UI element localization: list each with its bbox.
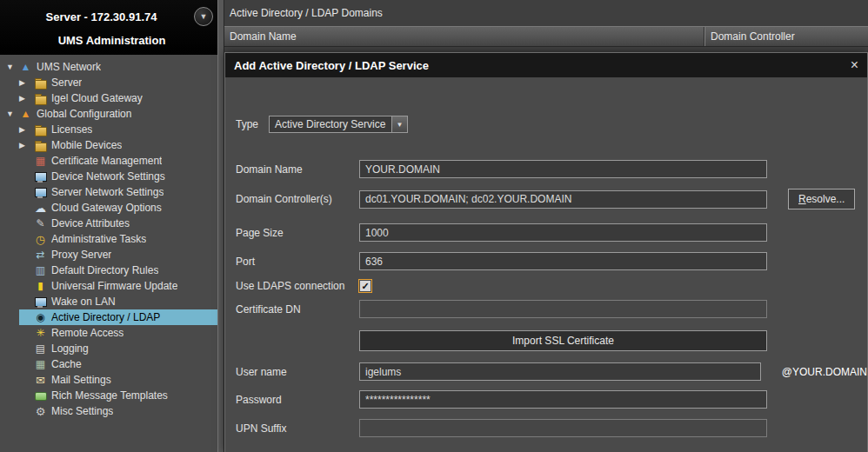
tree-item-label: Device Attributes bbox=[51, 217, 130, 229]
tree-item-remote-access[interactable]: Remote Access bbox=[0, 325, 224, 341]
tree-item-igel-cloud-gateway[interactable]: ▶Igel Cloud Gateway bbox=[0, 90, 224, 106]
user-name-field[interactable] bbox=[359, 362, 761, 381]
expand-arrow-icon[interactable]: ▶ bbox=[19, 94, 30, 103]
tree-item-logging[interactable]: Logging bbox=[0, 341, 224, 356]
upn-suffix-field[interactable] bbox=[359, 419, 767, 437]
tree-item-content: UMS Network bbox=[19, 59, 224, 75]
tree-item-administrative-tasks[interactable]: Administrative Tasks bbox=[0, 231, 224, 247]
page-size-field[interactable] bbox=[359, 223, 767, 242]
tree-item-label: Server Network Settings bbox=[51, 186, 164, 198]
tree-item-label: Rich Message Templates bbox=[51, 389, 168, 402]
folder-icon bbox=[34, 92, 47, 105]
user-name-label: User name bbox=[236, 366, 359, 378]
collapse-arrow-icon[interactable]: ▼ bbox=[5, 63, 19, 71]
domain-controllers-label: Domain Controller(s) bbox=[236, 193, 359, 205]
column-header-domain-controller[interactable]: Domain Controller bbox=[704, 27, 868, 46]
tree-item-licenses[interactable]: ▶Licenses bbox=[0, 122, 224, 137]
resolve-button[interactable]: Resolve... bbox=[788, 189, 855, 209]
port-field[interactable] bbox=[359, 252, 767, 270]
clock-icon bbox=[34, 233, 47, 246]
domain-name-field[interactable] bbox=[359, 160, 767, 178]
tree-item-label: Active Directory / LDAP bbox=[51, 311, 160, 323]
tree-item-content: Logging bbox=[19, 341, 224, 356]
tree-item-default-directory-rules[interactable]: Default Directory Rules bbox=[0, 263, 224, 278]
tree-item-label: Wake on LAN bbox=[51, 296, 116, 308]
tree-item-label: Default Directory Rules bbox=[51, 264, 158, 276]
import-ssl-certificate-button[interactable]: Import SSL Certificate bbox=[359, 330, 767, 351]
type-dropdown[interactable]: Active Directory Service ▼ bbox=[269, 116, 408, 133]
password-field[interactable] bbox=[359, 390, 767, 409]
tree-item-content: Remote Access bbox=[19, 325, 224, 341]
tree-item-content: Rich Message Templates bbox=[19, 388, 224, 403]
tree-item-label: Licenses bbox=[51, 123, 92, 136]
tree-item-label: Cloud Gateway Options bbox=[51, 202, 162, 214]
remote-icon bbox=[34, 327, 47, 340]
tree-item-rich-message-templates[interactable]: Rich Message Templates bbox=[0, 388, 224, 403]
network-icon bbox=[19, 61, 32, 74]
domains-table-header: Domain Name Domain Controller bbox=[224, 26, 868, 47]
tree-item-global-configuration[interactable]: ▼Global Configuration bbox=[0, 106, 224, 122]
certificate-dn-field[interactable] bbox=[359, 300, 767, 318]
tree-item-content: Certificate Management bbox=[19, 153, 224, 169]
tree-item-device-network-settings[interactable]: Device Network Settings bbox=[0, 169, 224, 184]
tree-item-active-directory-ldap[interactable]: Active Directory / LDAP bbox=[0, 309, 224, 325]
column-header-domain-name[interactable]: Domain Name bbox=[224, 27, 704, 46]
ums-administration-title: UMS Administration bbox=[7, 34, 217, 47]
ldaps-checkbox[interactable]: ✓ bbox=[359, 280, 371, 292]
misc-icon bbox=[34, 405, 47, 418]
tree-item-content: Global Configuration bbox=[19, 106, 224, 122]
tree-item-label: Cache bbox=[51, 358, 82, 370]
tree-item-content: Cache bbox=[19, 356, 224, 372]
tree-item-content: Device Attributes bbox=[19, 216, 224, 231]
tree-item-label: Proxy Server bbox=[51, 249, 111, 261]
tree-item-content: ▶Licenses bbox=[19, 122, 224, 137]
tree-item-content: ▶Igel Cloud Gateway bbox=[19, 90, 224, 106]
page-title: Active Directory / LDAP Domains bbox=[224, 0, 868, 26]
server-menu-button[interactable]: ▼ bbox=[194, 7, 213, 26]
firmware-icon bbox=[34, 280, 47, 293]
tree-item-misc-settings[interactable]: Misc Settings bbox=[0, 403, 224, 419]
tree-item-label: Global Configuration bbox=[37, 108, 131, 120]
tree-item-mobile-devices[interactable]: ▶Mobile Devices bbox=[0, 137, 224, 153]
domain-controllers-field[interactable] bbox=[359, 190, 767, 209]
check-icon: ✓ bbox=[361, 281, 369, 292]
tree-item-label: Mail Settings bbox=[51, 374, 111, 386]
folder-icon bbox=[34, 76, 47, 90]
attributes-icon bbox=[34, 217, 47, 230]
cloud-icon bbox=[34, 202, 47, 215]
tree-item-wake-on-lan[interactable]: Wake on LAN bbox=[0, 294, 224, 309]
chevron-down-icon[interactable]: ▼ bbox=[391, 116, 407, 132]
tree-item-cache[interactable]: Cache bbox=[0, 356, 224, 372]
config-icon bbox=[19, 108, 32, 121]
tree-item-content: Wake on LAN bbox=[19, 294, 224, 309]
tree-item-label: Misc Settings bbox=[51, 405, 113, 417]
sidebar-scrollbar[interactable] bbox=[217, 0, 224, 452]
tree-item-label: Logging bbox=[51, 342, 89, 355]
tree-item-label: Remote Access bbox=[51, 327, 124, 339]
certificate-dn-label: Certificate DN bbox=[236, 303, 359, 316]
tree-item-device-attributes[interactable]: Device Attributes bbox=[0, 216, 224, 231]
type-label: Type bbox=[236, 118, 269, 130]
message-icon bbox=[34, 389, 47, 402]
close-icon[interactable]: × bbox=[851, 58, 858, 72]
expand-arrow-icon[interactable]: ▶ bbox=[19, 125, 30, 134]
tree-item-proxy-server[interactable]: Proxy Server bbox=[0, 247, 224, 263]
tree-item-mail-settings[interactable]: Mail Settings bbox=[0, 372, 224, 388]
collapse-arrow-icon[interactable]: ▼ bbox=[5, 110, 19, 118]
tree-item-content: Universal Firmware Update bbox=[19, 278, 224, 294]
monitor-icon bbox=[34, 170, 47, 183]
folder-icon bbox=[34, 139, 47, 152]
tree-item-server[interactable]: ▶Server bbox=[0, 75, 224, 90]
tree-item-universal-firmware-update[interactable]: Universal Firmware Update bbox=[0, 278, 224, 294]
tree-item-ums-network[interactable]: ▼UMS Network bbox=[0, 59, 224, 75]
expand-arrow-icon[interactable]: ▶ bbox=[19, 141, 30, 150]
tree-item-cloud-gateway-options[interactable]: Cloud Gateway Options bbox=[0, 200, 224, 216]
tree-item-certificate-management[interactable]: Certificate Management bbox=[0, 153, 224, 169]
tree-item-label: Mobile Devices bbox=[51, 139, 122, 151]
tree-item-content: Mail Settings bbox=[19, 372, 224, 388]
proxy-icon bbox=[34, 249, 47, 262]
tree-item-label: UMS Network bbox=[37, 61, 101, 73]
tree-item-server-network-settings[interactable]: Server Network Settings bbox=[0, 184, 224, 200]
expand-arrow-icon[interactable]: ▶ bbox=[19, 78, 30, 87]
server-network-icon bbox=[34, 186, 47, 199]
